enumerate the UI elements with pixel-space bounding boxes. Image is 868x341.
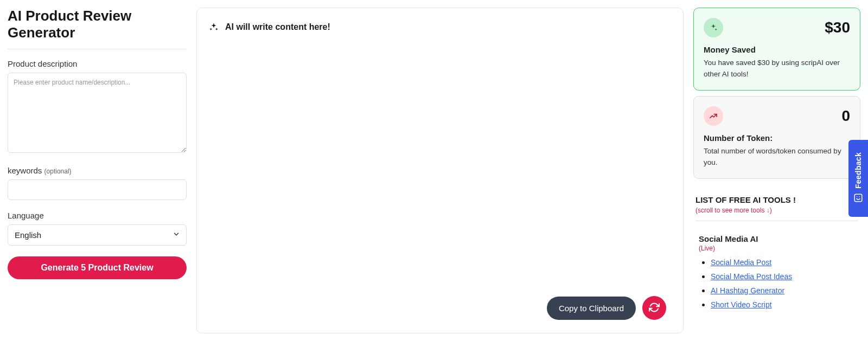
money-saved-title: Money Saved xyxy=(704,45,850,54)
list-item: Social Media Post Ideas xyxy=(711,272,855,281)
list-item: Social Media Post xyxy=(711,258,855,267)
tools-group-title: Social Media AI xyxy=(699,234,855,243)
copy-clipboard-button[interactable]: Copy to Clipboard xyxy=(547,297,636,320)
tools-group-live: (Live) xyxy=(699,245,855,252)
tool-link[interactable]: Social Media Post Ideas xyxy=(711,272,792,281)
feedback-tab[interactable]: Feedback xyxy=(848,140,868,217)
sparkle-icon xyxy=(704,18,723,37)
tool-link[interactable]: Short Video Script xyxy=(711,300,772,309)
tool-link[interactable]: AI Hashtag Generator xyxy=(711,286,784,295)
token-text: Total number of words/token consumed by … xyxy=(704,146,850,169)
description-input[interactable] xyxy=(8,73,187,153)
keywords-input[interactable] xyxy=(8,179,187,200)
tools-list: Social Media Post Social Media Post Idea… xyxy=(699,258,855,310)
form-panel: AI Product Review Generator Product desc… xyxy=(8,8,187,333)
token-card: 0 Number of Token: Total number of words… xyxy=(693,96,860,179)
output-placeholder-text: AI will write content here! xyxy=(225,22,330,32)
description-label: Product description xyxy=(8,59,187,68)
language-label: Language xyxy=(8,211,187,220)
svg-rect-0 xyxy=(854,194,862,202)
tools-hint: (scroll to see more tools ↓) xyxy=(695,207,858,214)
keywords-label: keywords (optional) xyxy=(8,166,187,175)
feedback-label: Feedback xyxy=(854,152,863,189)
smile-icon xyxy=(853,193,863,205)
generate-button[interactable]: Generate 5 Product Review xyxy=(8,256,187,279)
page-title: AI Product Review Generator xyxy=(8,8,187,49)
tools-heading: LIST OF FREE AI TOOLS ! xyxy=(695,195,858,204)
money-saved-card: $30 Money Saved You have saved $30 by us… xyxy=(693,8,860,91)
refresh-button[interactable] xyxy=(642,296,666,320)
list-item: Short Video Script xyxy=(711,300,855,310)
money-saved-value: $30 xyxy=(825,19,850,36)
sparkle-icon xyxy=(209,22,219,32)
tool-link[interactable]: Social Media Post xyxy=(711,258,771,267)
language-select[interactable]: English xyxy=(8,224,187,246)
sidebar: $30 Money Saved You have saved $30 by us… xyxy=(693,8,860,333)
output-actions: Copy to Clipboard xyxy=(195,296,666,320)
keywords-label-text: keywords xyxy=(8,166,42,175)
output-panel: AI will write content here! xyxy=(196,8,684,333)
trend-icon xyxy=(704,106,723,126)
money-saved-text: You have saved $30 by using scripAI over… xyxy=(704,57,850,80)
output-placeholder: AI will write content here! xyxy=(209,22,671,32)
list-item: AI Hashtag Generator xyxy=(711,286,855,295)
token-title: Number of Token: xyxy=(704,133,850,143)
refresh-icon xyxy=(649,302,660,314)
tools-header: LIST OF FREE AI TOOLS ! (scroll to see m… xyxy=(693,184,860,221)
keywords-optional: (optional) xyxy=(44,168,72,175)
tools-group: Social Media AI (Live) Social Media Post… xyxy=(693,227,860,314)
token-value: 0 xyxy=(841,107,850,125)
